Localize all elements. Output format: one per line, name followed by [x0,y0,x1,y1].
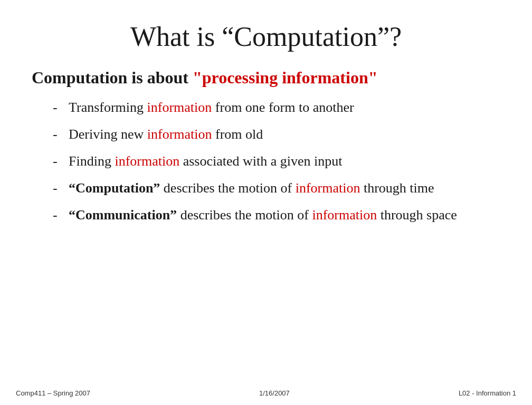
slide-title: What is “Computation”? [32,21,500,52]
list-item: “Communication” describes the motion of … [53,206,500,224]
subtitle-highlight: "processing information" [193,68,378,87]
bullet-list: Transforming information from one form t… [32,98,500,224]
list-item: Deriving new information from old [53,125,500,143]
footer-center: 1/16/2007 [259,389,290,397]
list-item: Transforming information from one form t… [53,98,500,117]
subtitle: Computation is about "processing informa… [32,68,500,88]
footer-right: L02 - Information 1 [459,389,516,397]
list-item: “Computation” describes the motion of in… [53,179,500,197]
footer: Comp411 – Spring 2007 1/16/2007 L02 - In… [0,389,532,397]
slide: What is “Computation”? Computation is ab… [0,0,532,405]
subtitle-plain: Computation is about [32,68,193,87]
list-item: Finding information associated with a gi… [53,152,500,170]
footer-left: Comp411 – Spring 2007 [16,389,90,397]
